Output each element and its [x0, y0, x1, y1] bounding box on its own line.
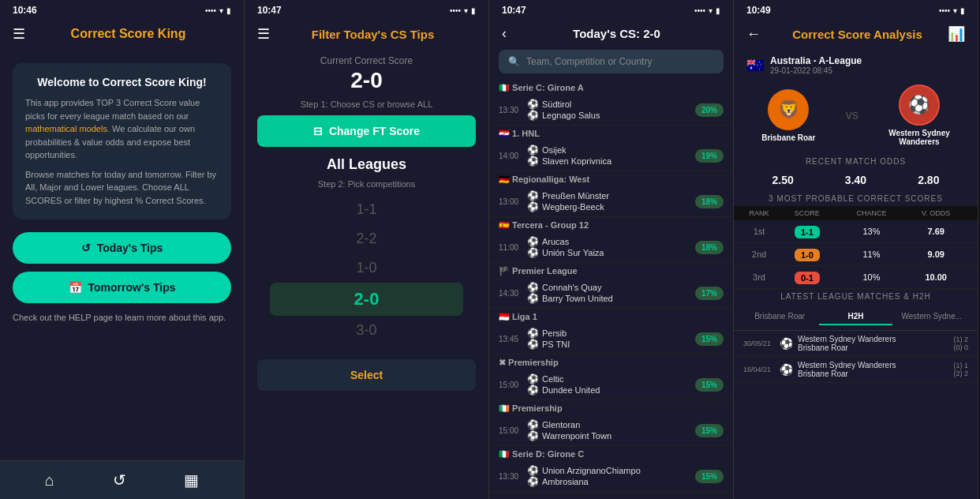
h2h-team1-1: Western Sydney Wanderers	[798, 335, 948, 343]
score-item-1[interactable]: 2-2	[257, 224, 476, 253]
welcome-box: Welcome to Correct Score King! This app …	[13, 63, 231, 219]
team2: ⚽Warrenpoint Town	[527, 430, 695, 441]
home-icon[interactable]: ⌂	[45, 471, 54, 490]
table-row-3[interactable]: 3rd 0-1 10% 10.00	[734, 266, 978, 289]
table-row[interactable]: 13:45 ⚽Persib ⚽PS TNI 15%	[489, 324, 733, 355]
score-item-4[interactable]: 3-0	[257, 316, 476, 345]
step1-label: Step 1: Choose CS or browse ALL	[257, 99, 476, 109]
aus-flag: 🇦🇺	[746, 57, 764, 74]
tab-western[interactable]: Western Sydne...	[896, 309, 968, 325]
screen4: 10:49 •••• ▾ ▮ ← Correct Score Analysis …	[734, 0, 978, 499]
screen1: 10:46 •••• ▾ ▮ ☰ Correct Score King Welc…	[0, 0, 245, 499]
table-row-1[interactable]: 1st 1-1 13% 7.69	[734, 220, 978, 243]
h2h-label: LATEST LEAGUE MATCHES & H2H	[734, 292, 978, 301]
status-icons-3: •••• ▾ ▮	[694, 6, 720, 15]
league-details: Australia - A-League 29-01-2022 08:45	[770, 55, 965, 75]
tab-brisbane[interactable]: Brisbane Roar	[743, 309, 816, 325]
battery-icon: ▮	[226, 6, 231, 15]
welcome-text-2: Browse matches for today and tomorrow. F…	[25, 168, 219, 208]
today-tips-button[interactable]: ↺ Today's Tips	[13, 232, 231, 264]
h2h-info-2: Western Sydney Wanderers Brisbane Roar	[798, 361, 948, 378]
odd-2: 3.40	[845, 174, 866, 186]
table-header: RANK SCORE CHANCE V. ODDS	[734, 206, 978, 220]
team2: ⚽Ambrosiana	[527, 476, 695, 487]
screen3: 10:47 •••• ▾ ▮ ‹ Today's CS: 2-0 🔍 Team,…	[489, 0, 734, 499]
table-row[interactable]: 14:30 ⚽Connah's Quay ⚽Barry Town United …	[489, 278, 733, 309]
table-row[interactable]: 15:00 ⚽Glentoran ⚽Warrenpoint Town 15%	[489, 415, 733, 446]
battery-icon-3: ▮	[716, 6, 720, 15]
table-row[interactable]: 13:30 ⚽Union ArzignanoChiampo ⚽Ambrosian…	[489, 461, 733, 492]
calendar-footer-icon[interactable]: ▦	[184, 471, 199, 490]
rank-1: 1st	[743, 227, 775, 236]
score-item-0[interactable]: 1-1	[257, 195, 476, 224]
league-name: Australia - A-League	[770, 55, 965, 66]
time-2: 10:47	[257, 5, 282, 16]
match-teams: ⚽Union ArzignanoChiampo ⚽Ambrosiana	[527, 465, 695, 487]
chart-icon: 📊	[948, 25, 965, 43]
team1: ⚽Glentoran	[527, 419, 695, 430]
table-row[interactable]: 14:00 ⚽Osijek ⚽Slaven Koprivnica 19%	[489, 141, 733, 171]
menu-icon[interactable]: ☰	[13, 25, 25, 43]
header-1: ☰ Correct Score King	[0, 19, 244, 51]
change-score-button[interactable]: ⊟ Change FT Score	[257, 115, 476, 147]
battery-icon-4: ▮	[960, 6, 965, 15]
back-button-3[interactable]: ‹	[502, 25, 507, 42]
vodds-3: 10.00	[903, 272, 968, 282]
score-item-5[interactable]: 4-0	[257, 345, 476, 353]
percentage-badge: 15%	[695, 332, 724, 346]
refresh-footer-icon[interactable]: ↺	[113, 471, 126, 490]
match-time: 13:30	[499, 106, 527, 114]
tomorrow-tips-button[interactable]: 📅 Tomorrow's Tips	[13, 272, 231, 303]
status-bar-3: 10:47 •••• ▾ ▮	[489, 0, 733, 19]
ball-icon-1: ⚽	[780, 337, 793, 350]
score-picker[interactable]: 1-1 2-2 1-0 2-0 3-0 4-0 3-1	[257, 195, 476, 353]
analysis-title: Correct Score Analysis	[767, 28, 948, 41]
h2h-match-1[interactable]: 30/05/21 ⚽ Western Sydney Wanderers Bris…	[734, 331, 978, 357]
team2: ⚽PS TNI	[527, 339, 695, 350]
team1-block: 🦁 Brisbane Roar	[761, 89, 815, 142]
signal-icon-3: ••••	[694, 6, 705, 15]
header-4: ← Correct Score Analysis 📊	[734, 19, 978, 51]
match-teams: ⚽Preußen Münster ⚽Wegberg-Beeck	[527, 190, 695, 212]
chance-1: 13%	[840, 227, 904, 236]
current-score-display: 2-0	[257, 68, 476, 93]
status-bar-2: 10:47 •••• ▾ ▮	[245, 0, 488, 19]
table-row-2[interactable]: 2nd 1-0 11% 9.09	[734, 243, 978, 266]
table-row[interactable]: 11:00 ⚽Arucas ⚽Unión Sur Yaiza 18%	[489, 232, 733, 263]
ball-icon-2: ⚽	[780, 363, 793, 376]
back-button-4[interactable]: ←	[746, 26, 761, 43]
header-3: ‹ Today's CS: 2-0	[489, 19, 733, 50]
search-bar[interactable]: 🔍 Team, Competition or Country	[499, 50, 724, 73]
matches-list: 🇮🇹 Serie C: Girone A 13:30 ⚽Südtirol ⚽Le…	[489, 80, 733, 499]
odds-row: 2.50 3.40 2.80	[734, 169, 978, 191]
h2h-date-1: 30/05/21	[743, 340, 775, 347]
team1: ⚽Connah's Quay	[527, 282, 695, 293]
filter-icon: ⊟	[313, 125, 323, 137]
match-time: 15:00	[499, 381, 527, 389]
team1-crest: 🦁	[768, 89, 809, 130]
signal-icon-2: ••••	[450, 6, 461, 15]
today-cs-title: Today's CS: 2-0	[513, 27, 720, 40]
team1: ⚽Persib	[527, 328, 695, 339]
table-row[interactable]: 13:30 ⚽Südtirol ⚽Legnago Salus 20%	[489, 95, 733, 126]
percentage-badge: 18%	[695, 241, 724, 254]
h2h-score-2: (1) 1 (2) 2	[953, 362, 968, 377]
wifi-icon: ▾	[219, 6, 223, 15]
table-row[interactable]: 13:00 ⚽Preußen Münster ⚽Wegberg-Beeck 18…	[489, 186, 733, 217]
score-item-3[interactable]: 2-0	[270, 283, 463, 316]
team2-block: ⚽ Western SydneyWanderers	[888, 84, 950, 146]
h2h-match-2[interactable]: 16/04/21 ⚽ Western Sydney Wanderers Bris…	[734, 357, 978, 383]
chance-3: 10%	[840, 272, 904, 282]
table-row[interactable]: 15:00 ⚽Celtic ⚽Dundee United 15%	[489, 370, 733, 400]
percentage-badge: 18%	[695, 195, 724, 208]
battery-icon-2: ▮	[471, 6, 476, 15]
math-models-link[interactable]: mathematical models	[25, 124, 107, 133]
tab-h2h[interactable]: H2H	[819, 309, 892, 325]
team1: ⚽Union ArzignanoChiampo	[527, 465, 695, 476]
h2h-score-1: (1) 2 (0) 0	[953, 336, 968, 351]
match-time: 13:30	[499, 472, 527, 481]
select-button[interactable]: Select	[257, 359, 476, 391]
welcome-title: Welcome to Correct Score King!	[25, 76, 219, 88]
score-item-2[interactable]: 1-0	[257, 253, 476, 283]
menu-icon-2[interactable]: ☰	[257, 25, 270, 43]
